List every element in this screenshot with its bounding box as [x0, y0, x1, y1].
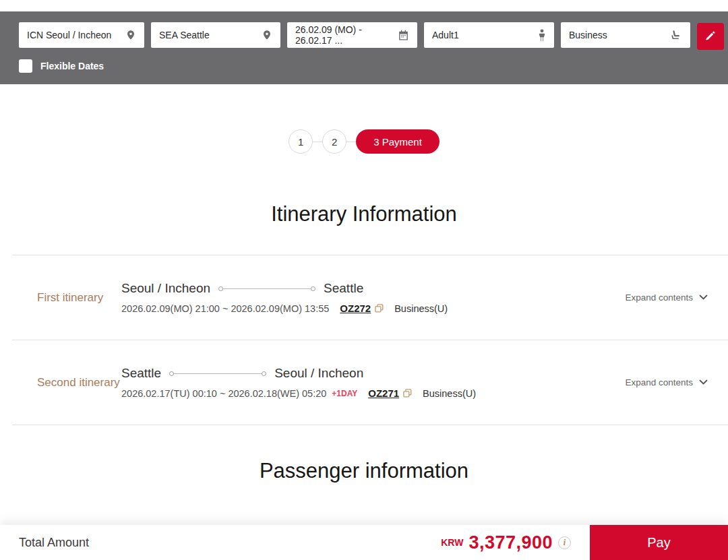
dates-value: 26.02.09 (MO) - 26.02.17 ...: [295, 24, 398, 46]
search-bar: ICN Seoul / Incheon SEA Seattle 26.02.09…: [0, 11, 728, 84]
route-from: Seattle: [121, 366, 161, 381]
chevron-down-icon: [699, 292, 708, 303]
total-amount-value: 3,377,900: [468, 532, 553, 553]
destination-value: SEA Seattle: [159, 30, 210, 40]
location-pin-icon: [262, 29, 272, 41]
itinerary-row-label: Second itinerary: [37, 374, 121, 392]
total-amount-label: Total Amount: [19, 536, 89, 550]
passenger-section-title: Passenger information: [0, 458, 728, 485]
calendar-icon: [398, 30, 409, 41]
pencil-icon: [704, 30, 717, 44]
itinerary-row-second: Second itinerary Seattle Seoul / Incheon…: [12, 340, 728, 425]
itinerary-row-label: First itinerary: [37, 289, 121, 307]
destination-field[interactable]: SEA Seattle: [151, 22, 280, 48]
progress-stepper: 1 2 3 Payment: [0, 129, 728, 154]
flexible-dates-label: Flexible Dates: [40, 61, 104, 71]
step-3-payment[interactable]: 3 Payment: [356, 129, 439, 154]
copy-icon[interactable]: [403, 389, 412, 398]
route-from: Seoul / Incheon: [121, 281, 210, 296]
flight-number-link[interactable]: OZ272: [340, 303, 371, 314]
plus-day-badge: +1DAY: [332, 389, 357, 398]
expand-contents-button[interactable]: Expand contents: [625, 377, 708, 387]
route-to: Seattle: [324, 281, 363, 296]
step-2[interactable]: 2: [322, 129, 346, 154]
passengers-field[interactable]: Adult1: [424, 22, 554, 48]
edit-search-button[interactable]: [697, 23, 724, 50]
info-icon[interactable]: i: [558, 536, 571, 549]
passengers-value: Adult1: [432, 30, 459, 40]
pay-button[interactable]: Pay: [590, 525, 728, 560]
route-line: [222, 288, 311, 289]
person-icon: [538, 29, 546, 42]
step-connector: [313, 142, 322, 142]
expand-contents-button[interactable]: Expand contents: [625, 292, 708, 303]
location-pin-icon: [125, 29, 136, 41]
flexible-dates-checkbox[interactable]: [19, 59, 32, 73]
itinerary-row-first: First itinerary Seoul / Incheon Seattle …: [12, 255, 728, 340]
copy-icon[interactable]: [375, 304, 384, 313]
flight-datetime: 2026.02.17(TU) 00:10 ~ 2026.02.18(WE) 05…: [121, 388, 326, 399]
cabin-class-text: Business(U): [423, 388, 476, 399]
flight-datetime: 2026.02.09(MO) 21:00 ~ 2026.02.09(MO) 13…: [121, 303, 329, 314]
dates-field[interactable]: 26.02.09 (MO) - 26.02.17 ...: [287, 22, 417, 48]
itinerary-section-title: Itinerary Information: [0, 201, 728, 228]
total-amount-bar: Total Amount KRW 3,377,900 i Pay: [0, 525, 728, 560]
origin-value: ICN Seoul / Incheon: [27, 30, 111, 40]
route-line: [173, 373, 262, 374]
origin-field[interactable]: ICN Seoul / Incheon: [19, 22, 144, 48]
currency-label: KRW: [441, 537, 463, 548]
flight-number-link[interactable]: OZ271: [368, 387, 399, 399]
route-to: Seoul / Incheon: [274, 366, 363, 381]
seat-icon: [670, 29, 682, 41]
expand-contents-label: Expand contents: [625, 292, 693, 303]
cabin-field[interactable]: Business: [561, 22, 690, 48]
cabin-class-text: Business(U): [394, 303, 448, 314]
expand-contents-label: Expand contents: [625, 377, 693, 387]
step-1[interactable]: 1: [289, 129, 313, 154]
chevron-down-icon: [699, 377, 708, 387]
step-connector: [346, 142, 356, 142]
itinerary-list: First itinerary Seoul / Incheon Seattle …: [12, 255, 728, 425]
cabin-value: Business: [569, 30, 607, 40]
